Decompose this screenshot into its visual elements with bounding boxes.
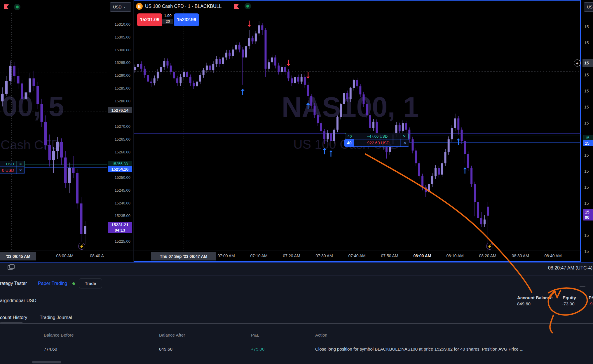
price-axis-label: 15 [584,249,589,254]
position-qty: 40 [345,139,354,146]
left-chart-pane[interactable]: 00, 5 Cash CFD ⚡ [0,0,133,262]
price-axis-label: 15 [584,201,589,206]
main-position-loss[interactable]: 40 −922.60 USD ✕ [344,139,409,147]
left-position-tag-loss[interactable]: 0 USD ✕ [0,167,25,174]
price-axis-label: 07:10 AM [250,253,267,258]
price-axis-label: 15 [584,233,589,238]
left-position-loss-text: 0 USD [0,167,16,174]
sell-button[interactable]: 15231.09 [137,13,162,26]
price-axis-label: 08:10 AM [446,253,463,258]
price-axis-label: 15 [584,185,589,190]
account-name: argedmopar USD [0,298,36,303]
close-icon[interactable]: ✕ [401,139,409,146]
price-axis-label: 08:20 AM [479,253,496,258]
right-currency-dropdown[interactable]: USD [584,2,593,12]
price-axis-label: 07:30 AM [315,253,333,258]
table-header-p-l: P&L [251,332,259,337]
paper-trading-active-dot [72,282,75,285]
close-icon[interactable]: ✕ [400,133,408,139]
cell-action: Close long position for symbol BLACKBULL… [315,346,523,351]
right-price-axis[interactable] [581,0,593,262]
price-axis-label: 07:40 AM [348,253,365,258]
price-axis-label: 07:50 AM [381,253,398,258]
price-axis-label: 08:00 AM [414,253,431,258]
pl-label: P& [589,295,593,300]
equity-label: Equity [563,295,576,300]
price-axis-label: 07:20 AM [283,253,300,258]
main-crosshair-time-label: Thu 07 Sep '23 06:47 AM [151,252,216,260]
position-qty: 40 [345,133,354,139]
price-axis-label: 08:40 A [90,253,104,258]
price-axis-label: 08:00 AM [56,253,73,258]
left-currency-value: USD [113,5,122,9]
table-header-balance-after: Balance After [159,332,185,337]
position-pnl: +47.00 USD [354,133,400,139]
trade-button-tab[interactable]: Trade [79,278,102,288]
cell-pnl: +75.00 [251,346,264,351]
price-axis-label: 15 [584,73,589,77]
close-icon[interactable]: ✕ [17,161,25,167]
account-balance-label: Account Balance [517,295,553,300]
left-position-tag-profit[interactable]: USD ✕ [0,161,25,167]
spread-value: 1.90 [162,13,173,18]
left-crosshair-time-label: '23 06:45 AM [0,252,36,260]
connection-status-dot [246,5,249,8]
panel-collapse-icon[interactable] [580,286,585,286]
horizontal-scrollbar[interactable] [32,361,61,363]
tab-paper-trading[interactable]: Paper Trading [38,281,67,286]
main-instant-trade-icon[interactable]: ⚡ [486,243,493,250]
clock-timestamp: 08:20:47 AM (UTC-4) [548,265,592,271]
layout-manage-icon[interactable] [8,264,15,271]
account-balance-value: 849.60 [517,301,531,306]
price-axis-label: 08:40 AM [544,253,561,258]
price-axis-label: 15 [584,105,589,109]
close-icon[interactable]: ✕ [17,167,25,174]
table-header-action: Action [315,332,327,337]
price-axis-label: 15 [584,89,589,93]
price-axis-label: 15 [584,24,589,29]
pl-value: -9 [589,301,592,306]
axis-hover-price-label: 15 [582,59,593,67]
main-chart-canvas[interactable] [134,0,581,262]
price-axis-label: 07:00 AM [217,253,235,258]
price-axis-label: 15 [584,153,589,158]
table-header-balance-before: Balance Before [44,332,74,337]
tab-strategy-tester[interactable]: rategy Tester [0,281,27,286]
left-instant-trade-icon[interactable]: ⚡ [78,243,85,250]
spread-widget[interactable]: 1.90 20 [162,13,173,24]
main-position-profit[interactable]: 40 +47.00 USD ✕ [345,133,409,139]
buy-button[interactable]: 15232.99 [174,13,199,26]
equity-value: -73.00 [562,301,575,306]
price-axis-label: 15 [583,140,593,146]
lot-size-value[interactable]: 20 [162,19,173,24]
left-currency-dropdown[interactable]: USD ▾ [110,2,131,12]
left-position-profit-text: USD [0,161,16,167]
trade-button-label: Trade [85,281,96,286]
trading-platform: 00, 5 Cash CFD ⚡ 15310.0015305.0015300.0… [0,0,593,364]
price-axis-label: 15 [584,121,589,125]
main-chart-title[interactable]: US 100 Cash CFD · 1 · BLACKBULL [145,4,221,9]
price-axis-label: 15 [583,135,593,141]
broker-logo-icon: B [136,3,143,10]
price-axis-label: 15 [584,41,589,45]
left-chart-canvas[interactable] [0,0,133,262]
chevron-down-icon: ▾ [124,6,125,9]
subtab-trading-journal[interactable]: Trading Journal [40,315,72,320]
last-price-label: 1500 [583,209,593,220]
subtab-account-history[interactable]: count History [0,315,27,320]
right-currency-value: USD [587,5,593,9]
price-axis-label: 15 [584,169,589,174]
price-axis-label: 08:30 AM [512,253,529,258]
position-pnl: −922.60 USD [354,139,401,146]
cell-balance-after: 849.60 [159,346,172,351]
cell-balance-before: 774.60 [44,346,57,351]
add-order-plus-icon[interactable]: + [574,60,581,66]
